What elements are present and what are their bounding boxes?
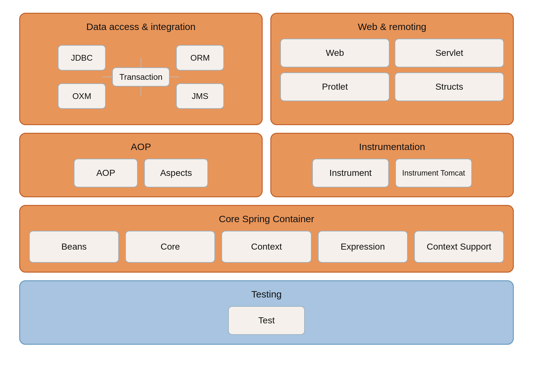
instrument-box: Instrument [312,159,389,187]
servlet-box: Servlet [395,39,504,67]
jdbc-box: JDBC [58,45,106,71]
aop-grid: AOP Aspects [29,159,253,187]
aspects-box: Aspects [144,159,208,187]
test-box: Test [228,306,305,335]
row-middle: AOP AOP Aspects Instrumentation Instrume… [19,133,514,197]
testing-title: Testing [29,289,504,300]
context-support-box: Context Support [414,231,504,263]
core-spring-title: Core Spring Container [29,214,504,224]
instrument-tomcat-box: Instrument Tomcat [395,159,472,187]
testing-grid: Test [29,306,504,335]
context-box: Context [221,231,311,263]
web-grid: Web Servlet Protlet Structs [280,39,504,101]
testing-panel: Testing Test [19,280,514,345]
aop-panel: AOP AOP Aspects [19,133,263,197]
transaction-box: Transaction [112,67,170,87]
orm-box: ORM [176,45,224,71]
aop-box: AOP [74,159,138,187]
instrumentation-panel: Instrumentation Instrument Instrument To… [270,133,514,197]
web-remoting-panel: Web & remoting Web Servlet Protlet Struc… [270,13,514,125]
data-access-panel: Data access & integration JDBC ORM [19,13,263,125]
web-remoting-title: Web & remoting [280,21,504,32]
web-box: Web [280,39,390,67]
core-box: Core [125,231,215,263]
instrument-grid: Instrument Instrument Tomcat [280,159,504,187]
instrumentation-title: Instrumentation [280,141,504,152]
row-top: Data access & integration JDBC ORM [19,13,514,125]
oxm-box: OXM [58,83,106,109]
core-grid: Beans Core Context Expression Context Su… [29,231,504,263]
core-spring-panel: Core Spring Container Beans Core Context… [19,205,514,273]
data-access-title: Data access & integration [29,21,253,32]
expression-box: Expression [318,231,408,263]
spring-diagram: Data access & integration JDBC ORM [19,13,514,345]
protlet-box: Protlet [280,72,390,101]
aop-title: AOP [29,141,253,152]
beans-box: Beans [29,231,119,263]
jms-box: JMS [176,83,224,109]
structs-box: Structs [395,72,504,101]
